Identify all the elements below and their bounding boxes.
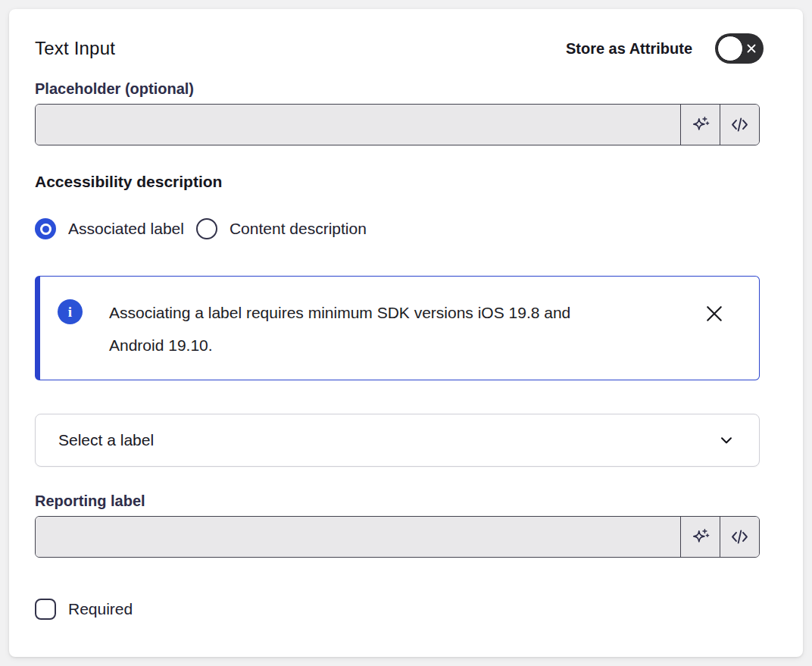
- radio-selected-icon: [35, 218, 56, 239]
- x-icon: [746, 43, 757, 54]
- checkbox-unchecked-icon[interactable]: [35, 599, 56, 620]
- info-icon: i: [58, 299, 83, 324]
- code-icon: [729, 114, 750, 135]
- text-input-settings-panel: Text Input Store as Attribute Placeholde…: [9, 9, 803, 657]
- toggle-knob: [717, 36, 743, 61]
- reporting-input[interactable]: [36, 517, 680, 557]
- radio-unselected-icon: [196, 218, 217, 239]
- required-checkbox-row[interactable]: Required: [35, 599, 764, 620]
- alert-close-button[interactable]: [700, 299, 729, 330]
- panel-title: Text Input: [35, 38, 115, 59]
- radio-associated-label[interactable]: Associated label: [35, 218, 184, 239]
- reporting-field-label: Reporting label: [35, 492, 764, 510]
- radio-associated-label-text: Associated label: [68, 220, 184, 238]
- ai-sparkle-icon: [691, 527, 710, 547]
- code-icon: [729, 527, 750, 547]
- sdk-version-info-alert: i Associating a label requires minimum S…: [35, 276, 760, 380]
- radio-content-description[interactable]: Content description: [196, 218, 367, 239]
- close-icon: [703, 302, 726, 325]
- chevron-down-icon: [717, 430, 736, 450]
- store-as-attribute-toggle[interactable]: [715, 33, 764, 64]
- label-select-dropdown[interactable]: Select a label: [35, 414, 760, 467]
- code-button[interactable]: [720, 105, 759, 145]
- placeholder-input-group: [35, 104, 760, 145]
- alert-message: Associating a label requires minimum SDK…: [109, 296, 601, 361]
- reporting-input-group: [35, 516, 760, 558]
- placeholder-field-label: Placeholder (optional): [35, 80, 764, 98]
- required-checkbox-label: Required: [68, 600, 133, 618]
- store-as-attribute-group: Store as Attribute: [566, 33, 764, 64]
- radio-content-description-text: Content description: [230, 220, 367, 238]
- ai-sparkle-button[interactable]: [680, 517, 720, 557]
- store-as-attribute-label: Store as Attribute: [566, 40, 692, 58]
- accessibility-radio-group: Associated label Content description: [35, 218, 764, 239]
- ai-sparkle-button[interactable]: [680, 105, 720, 145]
- ai-sparkle-icon: [691, 115, 710, 135]
- panel-header: Text Input Store as Attribute: [35, 32, 764, 65]
- label-select-value: Select a label: [58, 431, 154, 449]
- code-button[interactable]: [720, 517, 759, 557]
- placeholder-input[interactable]: [36, 105, 680, 145]
- accessibility-heading: Accessibility description: [35, 173, 764, 191]
